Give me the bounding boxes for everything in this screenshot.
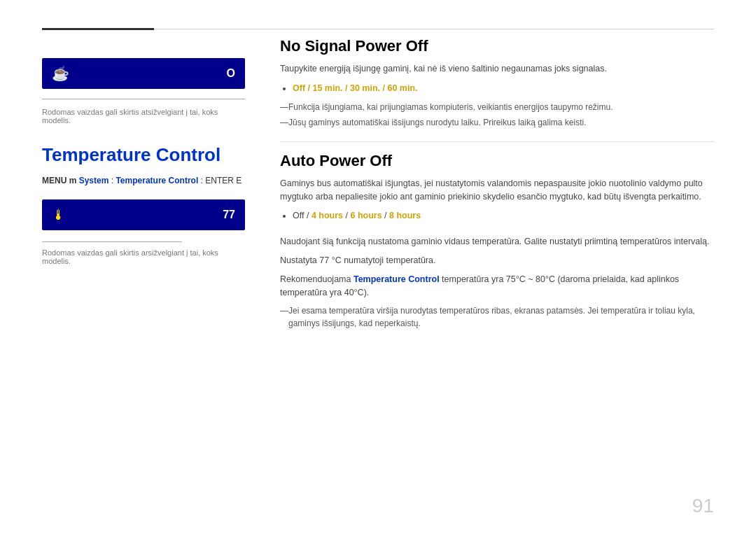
screen2-icon: 🌡 bbox=[52, 207, 66, 223]
temp-desc1: Naudojant šią funkciją nustatoma gaminio… bbox=[280, 235, 714, 248]
auto-power-6hours: 6 hours bbox=[350, 211, 382, 220]
no-signal-title: No Signal Power Off bbox=[280, 37, 714, 55]
temp-desc3: Rekomenduojama Temperature Control tempe… bbox=[280, 273, 714, 300]
no-signal-screen: ☕ O bbox=[42, 58, 245, 89]
right-divider bbox=[280, 141, 714, 142]
no-signal-desc: Taupykite energiją išjungę gaminį, kai n… bbox=[280, 62, 714, 76]
footnote-2: Rodomas vaizdas gali skirtis arsižvelgia… bbox=[42, 248, 245, 265]
temp-desc3-ctrl: Temperature Control bbox=[354, 274, 440, 284]
no-signal-bullet: Off / 15 min. / 30 min. / 60 min. bbox=[293, 81, 714, 95]
no-signal-note2: Jūsų gaminys automatiškai išsijungs nuro… bbox=[280, 116, 714, 129]
auto-power-bullet-list: Off / 4 hours / 6 hours / 8 hours bbox=[280, 209, 714, 223]
screen2-value: 77 bbox=[223, 209, 235, 221]
top-divider-thin bbox=[154, 29, 714, 29]
no-signal-note1: Funkcija išjungiama, kai prijungiamas ko… bbox=[280, 101, 714, 113]
left-column: ☕ O Rodomas vaizdas gali skirtis atsižve… bbox=[42, 30, 266, 513]
auto-power-sep2: / bbox=[382, 211, 389, 220]
temp-screen: 🌡 77 bbox=[42, 199, 245, 230]
system-label: System bbox=[79, 176, 109, 185]
enter-label: : ENTER E bbox=[201, 176, 242, 185]
auto-power-title: Auto Power Off bbox=[280, 152, 714, 170]
no-signal-bullet-list: Off / 15 min. / 30 min. / 60 min. bbox=[280, 81, 714, 95]
bottom-footnote-divider bbox=[42, 241, 182, 242]
no-signal-bullet-text: Off / 15 min. / 30 min. / 60 min. bbox=[293, 83, 418, 93]
right-column: No Signal Power Off Taupykite energiją i… bbox=[266, 30, 714, 513]
left-divider-1 bbox=[42, 99, 245, 99]
temp-control-label: Temperature Control bbox=[115, 176, 198, 185]
screen1-icon: ☕ bbox=[52, 65, 69, 82]
footnote-1: Rodomas vaizdas gali skirtis atsižvelgia… bbox=[42, 108, 245, 125]
auto-power-bullet: Off / 4 hours / 6 hours / 8 hours bbox=[293, 209, 714, 223]
temp-desc2: Nustatyta 77 °C numatytoji temperatūra. bbox=[280, 254, 714, 267]
auto-power-section: Auto Power Off Gaminys bus automatiškai … bbox=[280, 152, 714, 223]
screen1-value: O bbox=[227, 67, 235, 80]
menu-label: MENU m bbox=[42, 176, 76, 185]
menu-path: MENU m System : Temperature Control : EN… bbox=[42, 176, 245, 185]
no-signal-section: No Signal Power Off Taupykite energiją i… bbox=[280, 37, 714, 129]
auto-power-desc: Gaminys bus automatiškai išjungtas, jei … bbox=[280, 177, 714, 204]
auto-power-4hours: 4 hours bbox=[312, 211, 343, 220]
auto-power-bullet-prefix: Off / bbox=[293, 211, 312, 220]
auto-power-8hours: 8 hours bbox=[389, 211, 421, 220]
temp-control-title: Temperature Control bbox=[42, 144, 245, 166]
menu-colon: : bbox=[111, 176, 113, 185]
page-number: 91 bbox=[692, 495, 714, 517]
temp-right-section: Naudojant šią funkciją nustatoma gaminio… bbox=[280, 235, 714, 330]
temp-note3: Jei esama temperatūra viršija nurodytas … bbox=[280, 304, 714, 330]
auto-power-sep1: / bbox=[343, 211, 350, 220]
temp-desc3-prefix: Rekomenduojama bbox=[280, 274, 354, 284]
